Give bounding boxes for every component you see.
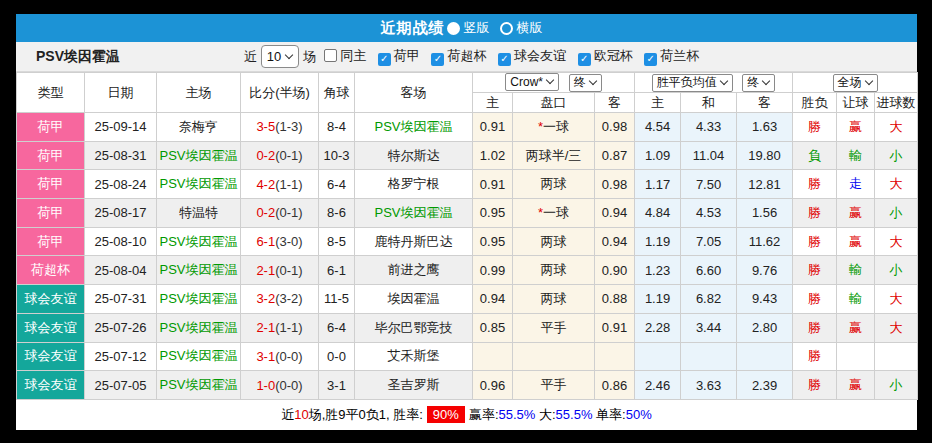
recent-count-select[interactable]: 10 bbox=[261, 45, 299, 68]
vertical-layout-label: 竖版 bbox=[464, 19, 490, 37]
subcol-asia-home: 主 bbox=[473, 93, 513, 113]
league-filter-checkbox[interactable]: ✓ bbox=[498, 53, 511, 66]
corner-score: 10-3 bbox=[319, 141, 355, 170]
result-win-loss: 勝 bbox=[793, 342, 837, 371]
league-type-badge: 荷甲 bbox=[17, 199, 85, 228]
asia-handicap: 两球半/三 bbox=[513, 141, 595, 170]
result-over-under: 大 bbox=[875, 285, 918, 314]
match-score: 1-0(0-0) bbox=[241, 371, 319, 400]
chevron-down-icon bbox=[762, 76, 770, 84]
corner-score: 6-4 bbox=[319, 313, 355, 342]
asia-odds-select-cell: Crow* 终 bbox=[473, 73, 635, 93]
horizontal-layout-radio[interactable] bbox=[500, 22, 513, 35]
corner-score: 8-6 bbox=[319, 199, 355, 228]
europe-away-odds: 2.80 bbox=[737, 313, 793, 342]
match-date: 25-09-14 bbox=[85, 113, 157, 142]
home-team: PSV埃因霍温 bbox=[157, 313, 241, 342]
result-handicap: 赢 bbox=[837, 113, 875, 142]
subcol-eu-away: 客 bbox=[737, 93, 793, 113]
match-date: 25-08-10 bbox=[85, 227, 157, 256]
away-team: 特尔斯达 bbox=[355, 141, 473, 170]
europe-away-odds bbox=[737, 342, 793, 371]
corner-score: 8-5 bbox=[319, 227, 355, 256]
subcol-handicap: 盘口 bbox=[513, 93, 595, 113]
result-over-under: 小 bbox=[875, 141, 918, 170]
table-row: 荷甲 25-09-14 奈梅亨 3-5(1-3) 8-4 PSV埃因霍温 0.9… bbox=[17, 113, 918, 142]
summary-text: 大: bbox=[535, 406, 555, 424]
asia-handicap: 两球 bbox=[513, 285, 595, 314]
odds-source-select[interactable]: Crow* bbox=[505, 73, 559, 91]
result-over-under: 大 bbox=[875, 113, 918, 142]
league-filter-label: 荷兰杯 bbox=[660, 48, 699, 63]
away-team: 艾禾斯堡 bbox=[355, 342, 473, 371]
summary-text: 单率: bbox=[592, 406, 625, 424]
table-row: 球会友谊 25-07-05 PSV埃因霍温 1-0(0-0) 3-1 圣吉罗斯 … bbox=[17, 371, 918, 400]
asia-home-odds: 0.91 bbox=[473, 113, 513, 142]
result-over-under: 大 bbox=[875, 170, 918, 199]
europe-odds-type-select[interactable]: 胜平负均值 bbox=[652, 74, 733, 92]
asia-home-odds: 0.96 bbox=[473, 371, 513, 400]
scope-select-cell: 全场 bbox=[793, 73, 918, 93]
asia-away-odds: 0.88 bbox=[595, 285, 635, 314]
results-table: 类型 日期 主场 比分(半场) 角球 客场 Crow* 终 胜平负均值 终 全场 bbox=[16, 72, 918, 400]
league-filter-checkbox[interactable] bbox=[324, 49, 337, 62]
asia-home-odds: 0.95 bbox=[473, 199, 513, 228]
europe-odds-time-select[interactable]: 终 bbox=[742, 74, 775, 92]
corner-score: 6-4 bbox=[319, 170, 355, 199]
match-score: 4-2(1-1) bbox=[241, 170, 319, 199]
title-bar: 近期战绩 竖版 横版 bbox=[16, 14, 917, 42]
asia-handicap: 两球 bbox=[513, 256, 595, 285]
asia-away-odds bbox=[595, 342, 635, 371]
near-label: 近 bbox=[244, 48, 257, 66]
europe-away-odds: 12.81 bbox=[737, 170, 793, 199]
league-type-badge: 球会友谊 bbox=[17, 313, 85, 342]
asia-odds-time-select[interactable]: 终 bbox=[569, 74, 602, 92]
result-handicap: 輸 bbox=[837, 285, 875, 314]
summary-text: 场,胜9平0负1, 胜率: bbox=[309, 406, 423, 424]
horizontal-layout-label: 横版 bbox=[517, 19, 543, 37]
corner-score: 6-1 bbox=[319, 256, 355, 285]
europe-away-odds: 1.56 bbox=[737, 199, 793, 228]
home-team: PSV埃因霍温 bbox=[157, 141, 241, 170]
filter-controls: 近 10 场 同主 ✓荷甲 ✓荷超杯 ✓球会友谊 ✓欧冠杯 ✓荷兰杯 bbox=[216, 45, 917, 68]
table-row: 球会友谊 25-07-31 PSV埃因霍温 3-2(3-2) 11-5 埃因霍温… bbox=[17, 285, 918, 314]
summary-text: 55.5% bbox=[556, 407, 593, 422]
home-team: PSV埃因霍温 bbox=[157, 170, 241, 199]
corner-score: 8-4 bbox=[319, 113, 355, 142]
result-handicap: 赢 bbox=[837, 227, 875, 256]
result-handicap: 輸 bbox=[837, 141, 875, 170]
vertical-layout-radio[interactable] bbox=[447, 22, 460, 35]
match-score: 6-1(3-0) bbox=[241, 227, 319, 256]
match-score: 3-1(0-0) bbox=[241, 342, 319, 371]
result-win-loss: 勝 bbox=[793, 371, 837, 400]
match-date: 25-07-12 bbox=[85, 342, 157, 371]
asia-handicap: 两球 bbox=[513, 227, 595, 256]
corner-score: 0-0 bbox=[319, 342, 355, 371]
away-team: 前进之鹰 bbox=[355, 256, 473, 285]
asia-handicap bbox=[513, 342, 595, 371]
home-team: PSV埃因霍温 bbox=[157, 227, 241, 256]
match-date: 25-07-26 bbox=[85, 313, 157, 342]
league-filter-label: 荷甲 bbox=[394, 48, 420, 63]
europe-draw-odds bbox=[681, 342, 737, 371]
league-filter-checkbox[interactable]: ✓ bbox=[378, 53, 391, 66]
asia-home-odds: 1.02 bbox=[473, 141, 513, 170]
league-filter-checkboxes: 同主 ✓荷甲 ✓荷超杯 ✓球会友谊 ✓欧冠杯 ✓荷兰杯 bbox=[316, 47, 699, 66]
table-row: 荷甲 25-08-10 PSV埃因霍温 6-1(3-0) 8-5 鹿特丹斯巴达 … bbox=[17, 227, 918, 256]
col-header-score: 比分(半场) bbox=[241, 73, 319, 113]
asia-away-odds: 0.91 bbox=[595, 313, 635, 342]
asia-home-odds: 0.85 bbox=[473, 313, 513, 342]
league-filter-checkbox[interactable]: ✓ bbox=[644, 53, 657, 66]
asia-home-odds: 0.94 bbox=[473, 285, 513, 314]
match-scope-select[interactable]: 全场 bbox=[833, 74, 878, 92]
chevron-down-icon bbox=[546, 76, 554, 84]
asia-away-odds: 0.98 bbox=[595, 113, 635, 142]
league-filter-checkbox[interactable]: ✓ bbox=[431, 53, 444, 66]
table-row: 球会友谊 25-07-12 PSV埃因霍温 3-1(0-0) 0-0 艾禾斯堡 … bbox=[17, 342, 918, 371]
home-team: PSV埃因霍温 bbox=[157, 371, 241, 400]
match-date: 25-08-31 bbox=[85, 141, 157, 170]
away-team: 鹿特丹斯巴达 bbox=[355, 227, 473, 256]
league-filter-checkbox[interactable]: ✓ bbox=[578, 53, 591, 66]
asia-home-odds: 0.95 bbox=[473, 227, 513, 256]
table-row: 球会友谊 25-07-26 PSV埃因霍温 2-1(1-1) 6-4 毕尔巴鄂竞… bbox=[17, 313, 918, 342]
